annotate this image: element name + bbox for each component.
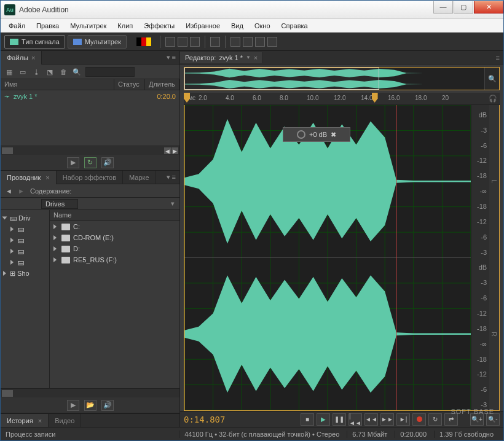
explorer-import-button[interactable]: 📂 [84,400,96,411]
files-hscrollbar[interactable]: ◄► [1,146,179,155]
tree-node[interactable]: 🖴 [2,257,48,268]
preview-play-button[interactable]: ▶ [67,157,79,168]
multitrack-mode-button[interactable]: Мультитрек [68,35,127,49]
nav-fwd-icon[interactable]: ► [18,187,25,195]
zoom-in-button[interactable]: 🔍+ [470,413,484,426]
col-duration-header[interactable]: Длитель [145,79,179,90]
tool-move-icon[interactable] [165,37,175,47]
amplitude-scale[interactable]: dB-3-6-12-18-∞-18-12-6-3dB-3-6-12-18-∞-1… [471,105,489,410]
status-duration: 0:20.000 [395,431,431,438]
history-tab[interactable]: Видео [49,414,81,427]
status-samplerate: 44100 Гц • 32-бит (с плавающей точкой) •… [179,431,344,438]
record-button[interactable] [412,413,426,426]
panel-menu-icon[interactable]: ▾ ≡ [163,53,179,61]
col-status-header[interactable]: Статус [114,79,145,90]
tree-node[interactable]: 🖴 [2,246,48,257]
app-logo: Au [4,4,15,15]
import-icon[interactable]: ⭳ [31,68,41,76]
menu-избранное[interactable]: Избранное [180,20,226,31]
zoom-tool-icon[interactable]: 🔍 [484,68,499,90]
files-tab[interactable]: Файлы× [1,51,42,64]
explorer-tab[interactable]: Проводник × [1,171,57,184]
explorer-tab[interactable]: Марке [123,171,156,184]
tree-node[interactable]: 🖴 [2,224,48,235]
preview-loop-button[interactable]: ↻ [84,157,96,168]
tree-node[interactable]: ⊞ Sho [2,268,48,279]
explorer-hscrollbar[interactable] [1,388,179,397]
explorer-tab[interactable]: Набор эффектов [57,171,123,184]
drive-item[interactable]: CD-ROM (E:) [50,232,179,243]
pause-button[interactable]: ❚❚ [333,413,346,426]
file-row[interactable]: ➛zvyk 1 *0:20.0 [1,90,179,103]
minimize-button[interactable]: — [433,1,453,14]
rewind-button[interactable]: ◄◄ [364,413,378,426]
status-filesize: 6.73 Мбайт [347,431,392,438]
skip-selection-button[interactable]: ⇄ [444,413,458,426]
menu-файл[interactable]: Файл [3,20,31,31]
files-search-input[interactable] [85,67,135,77]
tool-brush-icon[interactable] [255,37,265,47]
editor-panel-menu-icon[interactable]: ≡ [492,54,503,61]
stop-button[interactable]: ■ [301,413,314,426]
drive-item[interactable]: RE5_RUS (F:) [50,254,179,265]
headphones-icon[interactable]: 🎧 [489,95,497,103]
overview-navigator[interactable]: 🔍 [184,67,500,90]
time-display[interactable]: 0:14.807 [184,415,233,424]
menu-мультитрек[interactable]: Мультитрек [65,20,112,31]
go-end-button[interactable]: ►| [396,413,410,426]
explorer-play-button[interactable]: ▶ [67,400,79,411]
waveform-mode-button[interactable]: Тип сигнала [4,35,65,49]
name-column-header[interactable]: Name [50,210,179,221]
menu-правка[interactable]: Правка [31,20,65,31]
close-button[interactable]: ✕ [474,1,503,14]
tool-lasso-icon[interactable] [243,37,253,47]
editor-tab-filename: zvyk 1 * [219,54,243,61]
menu-окно[interactable]: Окно [249,20,276,31]
drives-dropdown[interactable]: Drives [41,199,78,209]
language-flag-icon[interactable] [136,37,151,46]
col-name-header[interactable]: Имя [1,79,114,90]
editor-tab[interactable]: Редактор: zvyk 1 * ▼ × [180,52,263,63]
waveform-display[interactable]: +0 dB ✖ [184,105,471,410]
nav-back-icon[interactable]: ◄ [6,187,13,195]
gain-value: +0 dB [309,131,327,138]
close-icon[interactable]: × [254,54,258,61]
editor-tab-dropdown-icon[interactable]: ▼ [246,55,251,60]
open-file-icon[interactable]: ▭ [18,68,28,76]
drive-item[interactable]: D: [50,243,179,254]
search-icon: 🔍 [72,68,82,76]
tool-marquee-icon[interactable] [230,37,240,47]
column-picker-icon[interactable]: ▾ [171,200,175,208]
menu-клип[interactable]: Клип [112,20,138,31]
statusbar: Процесс записи 44100 Гц • 32-бит (с плав… [1,427,503,440]
tree-node[interactable]: 🖴 Driv [2,213,48,224]
tree-node[interactable]: 🖴 [2,235,48,246]
trash-icon[interactable]: 🗑 [58,68,68,76]
pin-icon[interactable]: ✖ [331,131,336,139]
menu-эффекты[interactable]: Эффекты [138,20,180,31]
history-tab[interactable]: История × [1,414,49,427]
go-start-button[interactable]: |◄◄ [348,413,362,426]
preview-autoplay-button[interactable]: 🔊 [101,157,114,168]
tool-razor-icon[interactable] [178,37,187,47]
tool-time-select-icon[interactable] [210,37,220,47]
loop-button[interactable]: ↻ [428,413,442,426]
explorer-autoplay-button[interactable]: 🔊 [101,400,114,411]
close-icon[interactable]: × [31,54,35,61]
tool-heal-icon[interactable] [267,37,277,47]
forward-button[interactable]: ►► [380,413,394,426]
tool-slip-icon[interactable] [190,37,200,47]
menu-вид[interactable]: Вид [226,20,249,31]
time-ruler[interactable]: чмс 2.04.06.08.010.012.014.016.018.020🎧 [184,93,500,105]
play-button[interactable]: ▶ [317,413,330,426]
gain-hud[interactable]: +0 dB ✖ [283,127,350,142]
gain-knob-icon[interactable] [297,130,305,139]
menu-справка[interactable]: Справка [276,20,313,31]
maximize-button[interactable]: ▢ [454,1,473,14]
drive-item[interactable]: C: [50,221,179,232]
record-icon[interactable]: ⬔ [45,68,55,76]
drive-icon [61,246,70,252]
menubar: ФайлПравкаМультитрекКлипЭффектыИзбранное… [1,19,503,33]
zoom-out-button[interactable]: 🔍- [486,413,500,426]
new-file-icon[interactable]: ▦ [4,68,14,76]
